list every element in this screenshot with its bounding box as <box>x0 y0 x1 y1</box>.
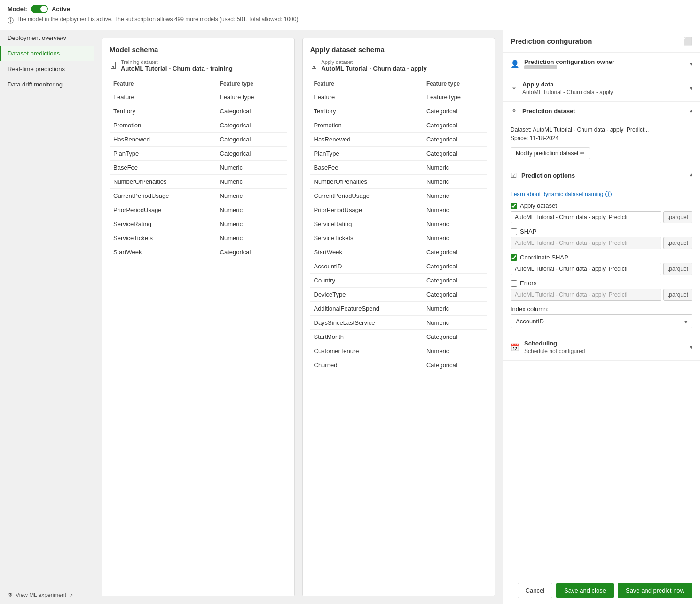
sidebar-item-realtime-predictions[interactable]: Real-time predictions <box>0 61 94 77</box>
feature-cell: Feature <box>110 90 216 104</box>
view-ml-experiment-link[interactable]: ⚗ View ML experiment ↗ <box>8 592 87 598</box>
feature-type-cell: Numeric <box>423 217 487 231</box>
owner-chevron-icon[interactable]: ▾ <box>690 61 692 67</box>
table-row: ServiceRatingNumeric <box>310 217 488 231</box>
prediction-options-chevron-icon[interactable]: ▾ <box>690 172 692 179</box>
calendar-icon: 📅 <box>511 343 519 352</box>
feature-cell: DeviceType <box>310 288 423 302</box>
feature-type-cell: Categorical <box>423 245 487 259</box>
feature-cell: HasRenewed <box>310 133 423 147</box>
table-row: PromotionCategorical <box>110 118 287 133</box>
apply-data-chevron-icon[interactable]: ▾ <box>690 85 692 92</box>
errors-input[interactable] <box>511 289 661 301</box>
feature-cell: CurrentPeriodUsage <box>310 189 423 203</box>
person-icon: 👤 <box>511 60 519 68</box>
index-column-label: Index column: <box>511 306 692 313</box>
scheduling-title: Scheduling <box>524 340 690 347</box>
table-row: FeatureFeature type <box>110 90 287 104</box>
model-status: Active <box>52 6 70 13</box>
feature-cell: BaseFee <box>310 161 423 175</box>
sidebar-item-deployment-overview[interactable]: Deployment overview <box>0 30 94 46</box>
table-row: StartWeekCategorical <box>310 245 488 259</box>
table-row: DaysSinceLastServiceNumeric <box>310 316 488 330</box>
view-ml-experiment-label: View ML experiment <box>16 592 66 598</box>
index-column-select[interactable]: AccountID <box>511 314 692 328</box>
model-toggle[interactable] <box>31 5 48 13</box>
coordinate-shap-input[interactable] <box>511 263 661 275</box>
feature-type-cell: Numeric <box>216 231 287 245</box>
table-row: HasRenewedCategorical <box>110 133 287 147</box>
apply-data-section: 🗄 Apply data AutoML Tutorial - Churn dat… <box>503 75 700 102</box>
feature-cell: Territory <box>310 104 423 118</box>
prediction-dataset-header[interactable]: 🗄 Prediction dataset ▾ <box>503 102 700 121</box>
feature-cell: ServiceTickets <box>110 231 216 245</box>
feature-type-cell: Numeric <box>216 217 287 231</box>
checkbox-icon: ☑ <box>511 171 517 180</box>
config-header-title: Prediction configuration <box>511 37 592 45</box>
table-row: PlanTypeCategorical <box>310 147 488 161</box>
apply-dataset-checkbox[interactable] <box>511 203 517 209</box>
shap-input[interactable] <box>511 237 661 249</box>
modify-prediction-dataset-button[interactable]: Modify prediction dataset ✏ <box>511 147 590 159</box>
apply-data-section-header[interactable]: 🗄 Apply data AutoML Tutorial - Churn dat… <box>503 75 700 101</box>
prediction-options-title: Prediction options <box>521 172 690 179</box>
apply-dataset-label: Apply dataset <box>322 59 427 65</box>
learn-info-icon: i <box>605 191 612 197</box>
save-predict-button[interactable]: Save and predict now <box>618 583 692 598</box>
table-row: ServiceTicketsNumeric <box>310 231 488 245</box>
apply-dataset-name: AutoML Tutorial - Churn data - apply <box>322 65 427 72</box>
feature-cell: AccountID <box>310 259 423 274</box>
errors-suffix: .parquet <box>663 289 692 301</box>
learn-link[interactable]: Learn about dynamic dataset naming i <box>511 191 692 197</box>
prediction-dataset-title: Prediction dataset <box>522 108 690 115</box>
table-row: FeatureFeature type <box>310 90 488 104</box>
flask-icon: ⚗ <box>8 592 13 598</box>
feature-cell: AdditionalFeatureSpend <box>310 302 423 316</box>
table-row: CurrentPeriodUsageNumeric <box>110 189 287 203</box>
shap-checkbox[interactable] <box>511 228 517 235</box>
learn-link-text: Learn about dynamic dataset naming <box>511 191 603 197</box>
cancel-button[interactable]: Cancel <box>518 583 552 598</box>
sidebar-item-data-drift-monitoring[interactable]: Data drift monitoring <box>0 77 94 92</box>
table-row: HasRenewedCategorical <box>310 133 488 147</box>
owner-section-header[interactable]: 👤 Prediction configuration owner ▾ <box>503 53 700 75</box>
feature-cell: Country <box>310 274 423 288</box>
feature-type-cell: Categorical <box>423 358 487 372</box>
feature-type-cell: Numeric <box>216 175 287 189</box>
feature-cell: PlanType <box>110 147 216 161</box>
feature-type-cell: Categorical <box>423 133 487 147</box>
save-close-button[interactable]: Save and close <box>556 583 614 598</box>
table-row: StartWeekCategorical <box>110 245 287 259</box>
table-row: AccountIDCategorical <box>310 259 488 274</box>
feature-type-cell: Numeric <box>216 189 287 203</box>
errors-checkbox[interactable] <box>511 280 517 287</box>
prediction-options-header[interactable]: ☑ Prediction options ▾ <box>503 165 700 185</box>
scheduling-section: 📅 Scheduling Schedule not configured ▾ <box>503 334 700 361</box>
feature-type-cell: Numeric <box>423 231 487 245</box>
scheduling-section-header[interactable]: 📅 Scheduling Schedule not configured ▾ <box>503 334 700 360</box>
feature-cell: StartWeek <box>110 245 216 259</box>
apply-feature-header: Feature <box>310 78 423 90</box>
apply-dataset-input[interactable] <box>511 211 661 223</box>
sidebar-item-dataset-predictions[interactable]: Dataset predictions <box>0 46 94 61</box>
prediction-dataset-icon: 🗄 <box>511 107 518 115</box>
prediction-dataset-chevron-icon[interactable]: ▾ <box>690 108 692 115</box>
prediction-dataset-line1: Dataset: AutoML Tutorial - Churn data - … <box>511 126 692 133</box>
modify-label: Modify prediction dataset <box>516 150 578 157</box>
feature-cell: ServiceRating <box>310 217 423 231</box>
coordinate-shap-checkbox[interactable] <box>511 254 517 261</box>
feature-type-cell: Numeric <box>423 189 487 203</box>
collapse-panel-icon[interactable]: ⬜ <box>683 37 692 46</box>
scheduling-subtitle: Schedule not configured <box>524 348 690 354</box>
scheduling-chevron-icon[interactable]: ▾ <box>690 344 692 351</box>
owner-section-title: Prediction configuration owner <box>524 58 690 65</box>
apply-database-icon: 🗄 <box>310 62 318 70</box>
owner-avatar-placeholder <box>524 65 557 69</box>
info-icon: ⓘ <box>8 16 14 25</box>
table-row: DeviceTypeCategorical <box>310 288 488 302</box>
apply-data-title: Apply data <box>522 81 690 88</box>
table-row: StartMonthCategorical <box>310 330 488 344</box>
feature-cell: ServiceRating <box>110 217 216 231</box>
prediction-options-body: Learn about dynamic dataset naming i App… <box>503 185 700 334</box>
feature-cell: PriorPeriodUsage <box>310 203 423 217</box>
